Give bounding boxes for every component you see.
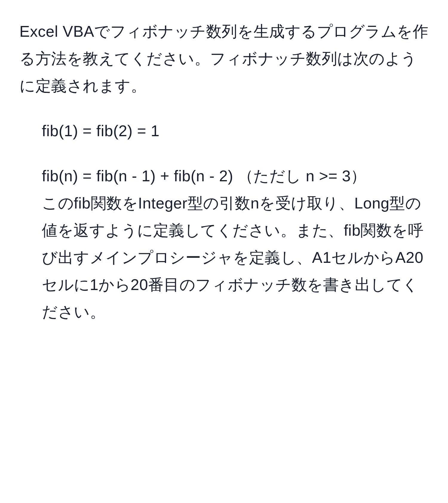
definitions-block: fib(1) = fib(2) = 1 fib(n) = fib(n - 1) … <box>19 117 429 326</box>
requirements-paragraph: このfib関数をInteger型の引数nを受け取り、Long型の値を返すように定… <box>42 190 429 326</box>
definition-base-case: fib(1) = fib(2) = 1 <box>42 117 429 145</box>
intro-paragraph: Excel VBAでフィボナッチ数列を生成するプログラムを作る方法を教えてくださ… <box>19 18 429 99</box>
definition-recursive-case: fib(n) = fib(n - 1) + fib(n - 2) （ただし n … <box>42 162 429 190</box>
